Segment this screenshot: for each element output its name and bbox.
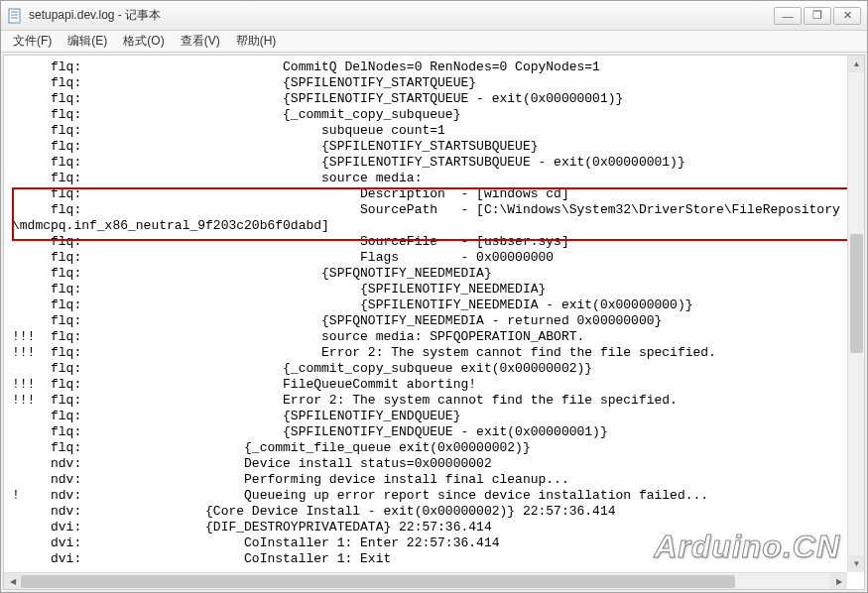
- log-content[interactable]: flq: CommitQ DelNodes=0 RenNodes=0 CopyN…: [12, 59, 862, 567]
- scroll-down-arrow-icon[interactable]: ▼: [848, 555, 865, 572]
- window-controls: — ❐ ✕: [774, 7, 861, 25]
- horizontal-scrollbar[interactable]: ◀ ▶: [4, 572, 847, 589]
- menu-edit[interactable]: 编辑(E): [60, 31, 115, 52]
- vertical-scrollbar[interactable]: ▲ ▼: [847, 56, 864, 572]
- menu-view[interactable]: 查看(V): [173, 31, 228, 52]
- maximize-button[interactable]: ❐: [804, 7, 831, 25]
- menubar: 文件(F) 编辑(E) 格式(O) 查看(V) 帮助(H): [1, 31, 867, 53]
- svg-rect-0: [9, 9, 20, 23]
- window-title: setupapi.dev.log - 记事本: [29, 7, 774, 24]
- text-area[interactable]: flq: CommitQ DelNodes=0 RenNodes=0 CopyN…: [3, 55, 865, 590]
- scroll-right-arrow-icon[interactable]: ▶: [830, 573, 847, 590]
- menu-file[interactable]: 文件(F): [5, 31, 60, 52]
- vertical-scroll-thumb[interactable]: [850, 234, 863, 353]
- scroll-left-arrow-icon[interactable]: ◀: [4, 573, 21, 590]
- notepad-window: setupapi.dev.log - 记事本 — ❐ ✕ 文件(F) 编辑(E)…: [0, 0, 868, 593]
- menu-help[interactable]: 帮助(H): [228, 31, 285, 52]
- minimize-button[interactable]: —: [774, 7, 802, 25]
- scroll-up-arrow-icon[interactable]: ▲: [848, 56, 865, 72]
- notepad-icon: [7, 8, 23, 24]
- close-button[interactable]: ✕: [833, 7, 861, 25]
- horizontal-scroll-thumb[interactable]: [21, 575, 735, 588]
- titlebar[interactable]: setupapi.dev.log - 记事本 — ❐ ✕: [1, 1, 867, 31]
- menu-format[interactable]: 格式(O): [115, 31, 172, 52]
